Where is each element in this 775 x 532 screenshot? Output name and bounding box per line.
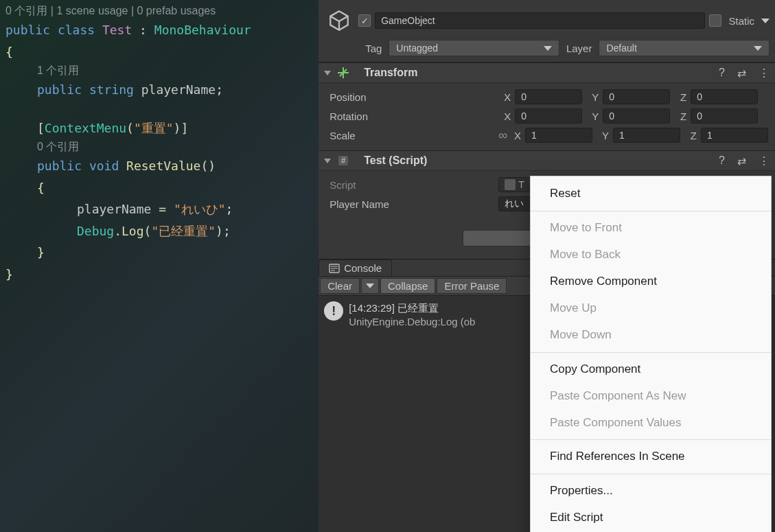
- scale-y-input[interactable]: [613, 128, 680, 143]
- rotation-z-input[interactable]: [691, 108, 758, 124]
- code-brace-close[interactable]: }: [5, 264, 319, 286]
- scale-z-input[interactable]: [701, 128, 768, 143]
- context-menu-item[interactable]: Edit Script: [531, 505, 771, 531]
- gameobject-active-checkbox[interactable]: [358, 14, 371, 27]
- code-brace-open[interactable]: {: [5, 41, 319, 63]
- kebab-icon[interactable]: ⋮: [759, 67, 770, 80]
- context-menu-separator: [531, 439, 771, 440]
- scale-x-input[interactable]: [525, 128, 592, 143]
- scale-link-icon[interactable]: ∞: [498, 128, 507, 143]
- kebab-icon[interactable]: ⋮: [759, 154, 770, 167]
- context-menu-separator: [531, 211, 771, 211]
- context-menu-item[interactable]: Properties...: [531, 478, 771, 505]
- help-icon[interactable]: ?: [719, 154, 725, 167]
- code-line-field[interactable]: public string playerName;: [5, 79, 319, 101]
- console-clear-button[interactable]: Clear: [320, 278, 360, 294]
- context-menu-item: Move Up: [531, 295, 771, 322]
- context-menu-item[interactable]: Copy Component: [531, 356, 771, 383]
- code-line-class-decl[interactable]: public class Test : MonoBehaviour: [5, 19, 319, 41]
- codelens-method[interactable]: 0 个引用: [5, 139, 319, 155]
- code-brace-inner-open[interactable]: {: [5, 177, 319, 199]
- inspector-header: Static Tag Untagged Layer Default: [319, 0, 775, 62]
- script-icon: #: [336, 154, 350, 167]
- script-asset-icon: [505, 179, 516, 190]
- context-menu-item[interactable]: Remove Component: [531, 268, 771, 295]
- foldout-icon[interactable]: [324, 159, 331, 163]
- position-x-input[interactable]: [515, 89, 582, 104]
- svg-text:#: #: [341, 156, 346, 165]
- static-dropdown-caret[interactable]: [761, 19, 770, 23]
- context-menu-item: Move Down: [531, 322, 771, 349]
- help-icon[interactable]: ?: [719, 67, 725, 79]
- codelens-class[interactable]: 0 个引用 | 1 scene usage | 0 prefab usages: [5, 3, 319, 19]
- foldout-icon[interactable]: [324, 71, 331, 76]
- chevron-down-icon: [754, 46, 762, 51]
- component-context-menu[interactable]: ResetMove to FrontMove to BackRemove Com…: [530, 176, 772, 532]
- static-label: Static: [726, 15, 757, 27]
- rotation-y-input[interactable]: [603, 108, 670, 124]
- position-z-input[interactable]: [691, 89, 758, 104]
- tag-label: Tag: [365, 43, 382, 54]
- gameobject-icon[interactable]: [324, 5, 354, 36]
- transform-position-row: Position X Y Z: [329, 87, 768, 106]
- context-menu-separator: [531, 352, 771, 353]
- context-menu-item: Paste Component Values: [531, 410, 771, 437]
- log-stack: UnityEngine.Debug:Log (ob: [349, 315, 475, 329]
- chevron-down-icon: [366, 284, 374, 288]
- tag-dropdown[interactable]: Untagged: [389, 40, 559, 56]
- transform-icon: [336, 66, 350, 80]
- preset-icon[interactable]: ⇄: [737, 154, 746, 167]
- transform-title: Transform: [364, 67, 706, 79]
- info-icon: !: [324, 301, 343, 321]
- context-menu-separator: [531, 474, 771, 474]
- console-clear-dropdown[interactable]: [361, 278, 379, 294]
- code-line-attr[interactable]: [ContextMenu("重置")]: [5, 117, 319, 139]
- code-line-method-decl[interactable]: public void ResetValue(): [5, 155, 319, 177]
- code-editor[interactable]: 0 个引用 | 1 scene usage | 0 prefab usages …: [0, 0, 319, 532]
- transform-scale-row: Scale ∞ X Y Z: [329, 126, 768, 145]
- rotation-x-input[interactable]: [515, 108, 582, 124]
- preset-icon[interactable]: ⇄: [737, 67, 746, 80]
- console-error-pause-button[interactable]: Error Pause: [437, 278, 507, 294]
- position-y-input[interactable]: [603, 89, 670, 104]
- context-menu-item: Move to Front: [531, 215, 771, 242]
- code-line-log[interactable]: Debug.Log("已经重置");: [5, 220, 319, 242]
- test-script-title: Test (Script): [364, 154, 706, 167]
- static-checkbox[interactable]: [709, 14, 721, 27]
- code-brace-inner-close[interactable]: }: [5, 242, 319, 264]
- context-menu-item[interactable]: Find References In Scene: [531, 443, 771, 470]
- codelens-field[interactable]: 1 个引用: [5, 62, 319, 79]
- console-collapse-button[interactable]: Collapse: [380, 278, 435, 294]
- layer-label: Layer: [566, 43, 592, 54]
- context-menu-item[interactable]: Reset: [531, 181, 771, 207]
- log-message: [14:23:29] 已经重置: [349, 301, 475, 315]
- transform-rotation-row: Rotation X Y Z: [329, 106, 768, 126]
- context-menu-item: Move to Back: [531, 242, 771, 268]
- transform-component: Transform ? ⇄ ⋮ Position X Y Z Rotation …: [319, 62, 775, 150]
- layer-dropdown[interactable]: Default: [599, 40, 770, 56]
- context-menu-item: Paste Component As New: [531, 383, 771, 410]
- gameobject-name-input[interactable]: [375, 12, 705, 29]
- console-tab[interactable]: Console: [319, 259, 392, 276]
- code-line-assign[interactable]: playerName = "れいひ";: [5, 198, 319, 220]
- chevron-down-icon: [544, 46, 552, 51]
